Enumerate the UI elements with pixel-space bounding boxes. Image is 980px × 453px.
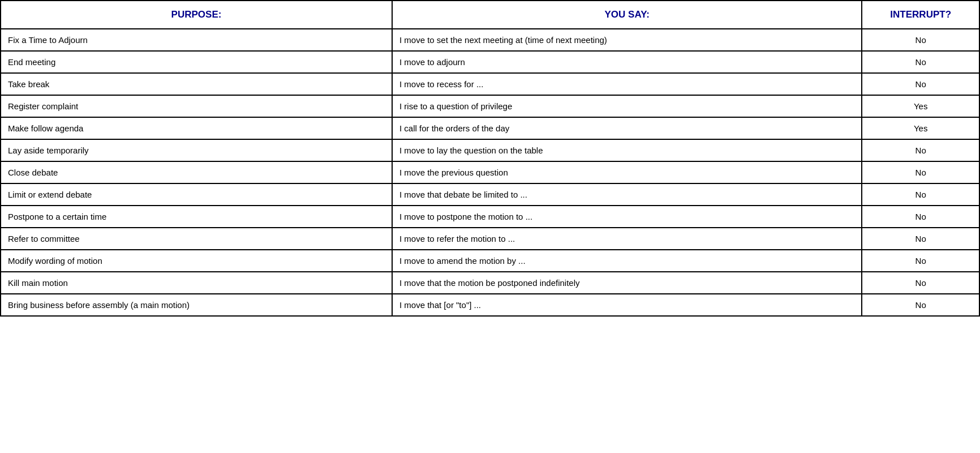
- cell-interrupt: No: [862, 272, 979, 294]
- header-purpose: PURPOSE:: [1, 1, 392, 29]
- cell-purpose: Fix a Time to Adjourn: [1, 29, 392, 51]
- cell-you-say: I move to adjourn: [392, 51, 862, 73]
- header-interrupt: INTERRUPT?: [862, 1, 979, 29]
- table-row: Modify wording of motionI move to amend …: [1, 250, 979, 272]
- cell-interrupt: No: [862, 161, 979, 183]
- cell-you-say: I move to recess for ...: [392, 73, 862, 95]
- cell-you-say: I move to set the next meeting at (time …: [392, 29, 862, 51]
- cell-interrupt: No: [862, 51, 979, 73]
- cell-you-say: I move that [or "to"] ...: [392, 294, 862, 316]
- cell-interrupt: No: [862, 73, 979, 95]
- table-row: Kill main motionI move that the motion b…: [1, 272, 979, 294]
- cell-interrupt: No: [862, 228, 979, 250]
- cell-interrupt: No: [862, 206, 979, 228]
- cell-you-say: I call for the orders of the day: [392, 117, 862, 139]
- cell-purpose: Lay aside temporarily: [1, 139, 392, 161]
- table-row: Bring business before assembly (a main m…: [1, 294, 979, 316]
- table-row: Lay aside temporarilyI move to lay the q…: [1, 139, 979, 161]
- cell-purpose: Postpone to a certain time: [1, 206, 392, 228]
- cell-purpose: Register complaint: [1, 95, 392, 117]
- cell-purpose: Refer to committee: [1, 228, 392, 250]
- header-row: PURPOSE: YOU SAY: INTERRUPT?: [1, 1, 979, 29]
- table-row: End meetingI move to adjournNo: [1, 51, 979, 73]
- cell-interrupt: No: [862, 29, 979, 51]
- cell-interrupt: No: [862, 183, 979, 206]
- table-row: Make follow agendaI call for the orders …: [1, 117, 979, 139]
- cell-purpose: Bring business before assembly (a main m…: [1, 294, 392, 316]
- table-row: Postpone to a certain timeI move to post…: [1, 206, 979, 228]
- cell-you-say: I move that the motion be postponed inde…: [392, 272, 862, 294]
- cell-purpose: End meeting: [1, 51, 392, 73]
- cell-purpose: Kill main motion: [1, 272, 392, 294]
- cell-you-say: I move to amend the motion by ...: [392, 250, 862, 272]
- cell-interrupt: No: [862, 250, 979, 272]
- table-row: Take breakI move to recess for ...No: [1, 73, 979, 95]
- cell-purpose: Close debate: [1, 161, 392, 183]
- cell-interrupt: No: [862, 139, 979, 161]
- cell-interrupt: No: [862, 294, 979, 316]
- parliamentary-table: PURPOSE: YOU SAY: INTERRUPT? Fix a Time …: [0, 0, 980, 317]
- cell-you-say: I move to postpone the motion to ...: [392, 206, 862, 228]
- cell-purpose: Limit or extend debate: [1, 183, 392, 206]
- cell-purpose: Make follow agenda: [1, 117, 392, 139]
- table-row: Fix a Time to AdjournI move to set the n…: [1, 29, 979, 51]
- table-row: Close debateI move the previous question…: [1, 161, 979, 183]
- cell-you-say: I move to refer the motion to ...: [392, 228, 862, 250]
- cell-you-say: I move to lay the question on the table: [392, 139, 862, 161]
- table-row: Register complaintI rise to a question o…: [1, 95, 979, 117]
- cell-you-say: I move the previous question: [392, 161, 862, 183]
- cell-purpose: Take break: [1, 73, 392, 95]
- header-you-say: YOU SAY:: [392, 1, 862, 29]
- cell-purpose: Modify wording of motion: [1, 250, 392, 272]
- cell-you-say: I move that debate be limited to ...: [392, 183, 862, 206]
- table-row: Limit or extend debateI move that debate…: [1, 183, 979, 206]
- cell-interrupt: Yes: [862, 95, 979, 117]
- cell-you-say: I rise to a question of privilege: [392, 95, 862, 117]
- main-container: PURPOSE: YOU SAY: INTERRUPT? Fix a Time …: [0, 0, 980, 453]
- cell-interrupt: Yes: [862, 117, 979, 139]
- table-row: Refer to committeeI move to refer the mo…: [1, 228, 979, 250]
